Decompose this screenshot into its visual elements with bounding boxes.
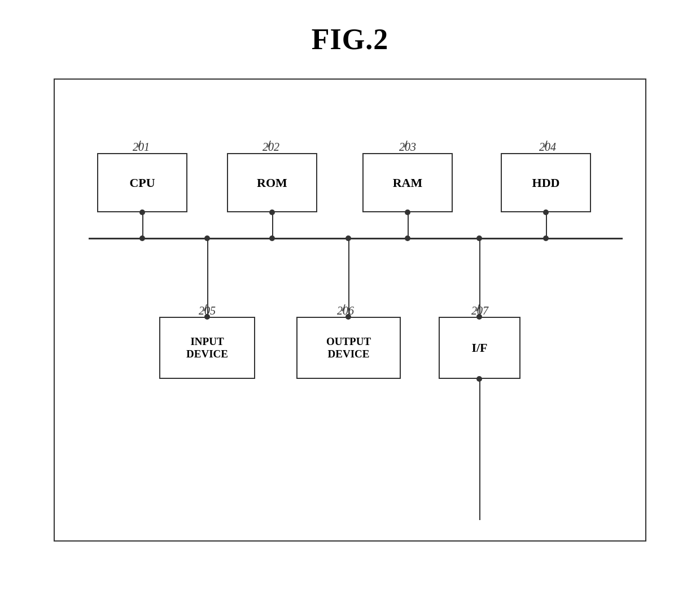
input-device-box: INPUT DEVICE bbox=[159, 317, 255, 379]
cpu-dot-box bbox=[139, 209, 145, 215]
hdd-dot-box bbox=[543, 209, 549, 215]
ram-dot-box bbox=[405, 209, 410, 215]
cpu-dot-bus bbox=[139, 235, 145, 241]
output-dot-bus bbox=[345, 235, 351, 241]
tick-201 bbox=[135, 141, 146, 152]
input-vline bbox=[207, 239, 208, 317]
tick-204 bbox=[541, 141, 553, 152]
rom-dot-box bbox=[269, 209, 275, 215]
tick-203 bbox=[401, 141, 413, 152]
cpu-vline bbox=[142, 212, 143, 238]
output-device-box: OUTPUT DEVICE bbox=[296, 317, 401, 379]
page-title: FIG.2 bbox=[312, 23, 388, 56]
cpu-box: CPU bbox=[97, 153, 187, 212]
input-dot-box bbox=[204, 314, 210, 320]
ram-box: RAM bbox=[362, 153, 453, 212]
ram-vline bbox=[408, 212, 409, 238]
input-dot-bus bbox=[204, 235, 210, 241]
hdd-box: HDD bbox=[501, 153, 591, 212]
output-vline bbox=[348, 239, 349, 317]
rom-box: ROM bbox=[227, 153, 317, 212]
diagram-container: 201 CPU 202 ROM 203 RAM 204 HDD 205 I bbox=[54, 78, 646, 542]
tick-202 bbox=[265, 141, 276, 152]
ram-dot-bus bbox=[405, 235, 410, 241]
output-dot-box bbox=[345, 314, 351, 320]
rom-dot-bus bbox=[269, 235, 275, 241]
hdd-dot-bus bbox=[543, 235, 549, 241]
if-vline-top bbox=[479, 239, 480, 317]
if-box: I/F bbox=[439, 317, 520, 379]
rom-vline bbox=[272, 212, 273, 238]
hdd-vline bbox=[546, 212, 547, 238]
if-vline-bottom bbox=[479, 379, 480, 520]
if-dot-box bbox=[476, 314, 482, 320]
if-dot-bus bbox=[476, 235, 482, 241]
